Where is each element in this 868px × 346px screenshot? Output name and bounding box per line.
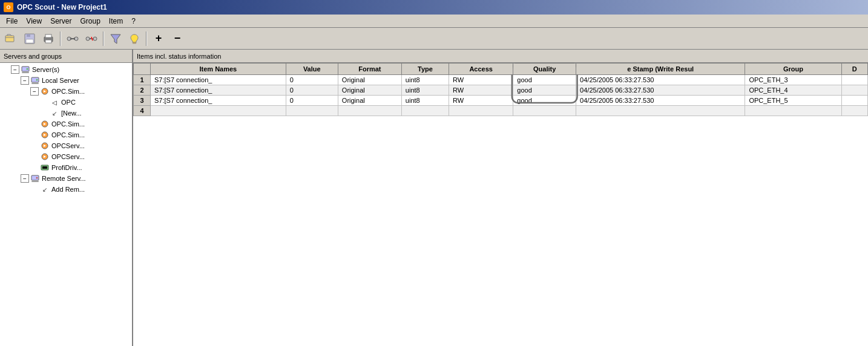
tree-label-opcserv1: OPCServ... (51, 142, 85, 149)
left-panel-header: Servers and groups (0, 50, 132, 63)
svg-rect-24 (31, 83, 39, 84)
cell-quality-4 (513, 106, 576, 116)
opcserv2-icon (40, 152, 50, 162)
remote-server-icon (30, 174, 40, 183)
menu-help[interactable]: ? (128, 16, 139, 27)
connect-button[interactable] (64, 31, 81, 47)
menu-bar: File View Server Group Item ? (0, 15, 868, 28)
filter-button[interactable] (107, 31, 124, 47)
separator-1 (60, 31, 61, 46)
cell-group-4 (745, 106, 841, 116)
expand-local[interactable]: − (21, 76, 29, 85)
cell-value-1: 0 (286, 75, 338, 85)
expand-opc-sim[interactable]: − (30, 87, 39, 96)
open-button[interactable] (2, 31, 19, 47)
tree-label-opc-sim3: OPC.Sim... (51, 131, 85, 139)
menu-view[interactable]: View (22, 16, 45, 27)
tree-node-opcserv2[interactable]: OPCServ... (1, 151, 131, 162)
cell-format-2: Original (338, 85, 401, 96)
menu-file[interactable]: File (2, 16, 21, 27)
table-header-row: Item Names Value Format Type Access Qual… (134, 64, 868, 75)
tree-label-local-server: Local Server (42, 77, 79, 84)
tree-node-local-server[interactable]: − Local Server (1, 75, 131, 86)
row-num-3: 3 (134, 96, 151, 106)
expand-remote[interactable]: − (21, 174, 29, 183)
cell-value-4 (286, 106, 338, 116)
col-timestamp: e Stamp (Write Resul (576, 64, 745, 75)
items-table: Item Names Value Format Type Access Qual… (133, 63, 868, 116)
tree-node-opc-sim3[interactable]: OPC.Sim... (1, 129, 131, 140)
tree-node-remote-server[interactable]: − Remote Serv... (1, 173, 131, 184)
table-row[interactable]: 4 (134, 106, 868, 116)
app-icon: O (4, 2, 13, 12)
svg-point-23 (36, 79, 38, 81)
tree-container[interactable]: − Server(s) − Local Server (0, 63, 132, 346)
cell-d-4 (841, 106, 867, 116)
save-button[interactable] (21, 31, 38, 47)
svg-point-20 (27, 68, 28, 70)
tree-label-servers: Server(s) (32, 66, 59, 73)
col-num (134, 64, 151, 75)
col-item-names: Item Names (151, 64, 286, 75)
cell-quality-3: good (513, 96, 576, 106)
menu-server[interactable]: Server (47, 16, 75, 27)
tree-label-new: [New... (61, 109, 82, 117)
menu-item[interactable]: Item (105, 16, 127, 27)
cell-access-3: RW (449, 96, 513, 106)
svg-rect-3 (26, 39, 33, 43)
cell-type-1: uint8 (401, 75, 449, 85)
remove-button[interactable]: − (169, 31, 186, 47)
svg-rect-2 (27, 34, 30, 37)
tree-label-profidriv: ProfiDriv... (51, 164, 82, 171)
tree-node-opc-sim[interactable]: − OPC.Sim... (1, 86, 131, 97)
cell-d-1 (841, 75, 867, 85)
tree-node-opc[interactable]: ◁ OPC (1, 97, 131, 108)
cell-group-1: OPC_ETH_3 (745, 75, 841, 85)
svg-rect-6 (45, 40, 51, 43)
cell-timestamp-3: 04/25/2005 06:33:27.530 (576, 96, 745, 106)
row-num-2: 2 (134, 85, 151, 96)
tree-node-new[interactable]: ↙ [New... (1, 108, 131, 119)
tree-node-profidriv[interactable]: ProfiDriv... (1, 162, 131, 173)
add-button[interactable]: + (150, 31, 167, 47)
expand-servers[interactable]: − (11, 65, 19, 74)
opc-icon: ◁ (50, 97, 59, 107)
bulb-button[interactable] (126, 31, 143, 47)
left-panel: Servers and groups − Server(s) − Local S… (0, 50, 133, 346)
table-row[interactable]: 2 S7:[S7 connection_ 0 Original uint8 RW… (134, 85, 868, 96)
separator-2 (103, 31, 104, 46)
menu-group[interactable]: Group (76, 16, 104, 27)
svg-point-7 (67, 37, 71, 41)
tree-label-opc-sim: OPC.Sim... (51, 88, 85, 95)
tree-node-opc-sim2[interactable]: OPC.Sim... (1, 119, 131, 129)
table-row[interactable]: 3 S7:[S7 connection_ 0 Original uint8 RW… (134, 96, 868, 106)
items-table-container[interactable]: Item Names Value Format Type Access Qual… (133, 63, 868, 116)
cell-type-3: uint8 (401, 96, 449, 106)
table-row[interactable]: 1 S7:[S7 connection_ 0 Original uint8 RW… (134, 75, 868, 85)
tree-node-servers[interactable]: − Server(s) (1, 64, 131, 75)
tree-label-remote-server: Remote Serv... (42, 175, 86, 182)
tree-node-add-remote[interactable]: ↙ Add Rem... (1, 184, 131, 195)
tree-node-opcserv1[interactable]: OPCServ... (1, 140, 131, 151)
svg-marker-17 (111, 34, 120, 44)
svg-point-33 (36, 177, 38, 179)
col-quality: Quality (513, 64, 576, 75)
cell-timestamp-4 (576, 106, 745, 116)
tree-label-opcserv2: OPCServ... (51, 153, 85, 160)
cell-format-1: Original (338, 75, 401, 85)
opc-sim3-icon (40, 130, 50, 140)
cell-access-4 (449, 106, 513, 116)
tree-label-opc: OPC (61, 99, 76, 106)
cell-format-4 (338, 106, 401, 116)
cell-item-name-1: S7:[S7 connection_ (151, 75, 286, 85)
cell-value-2: 0 (286, 85, 338, 96)
right-content: Item Names Value Format Type Access Qual… (133, 63, 868, 346)
right-panel: Items incl. status information Item Name… (133, 50, 868, 346)
cell-d-2 (841, 85, 867, 96)
quality-highlight-overlay (133, 76, 868, 346)
cell-item-name-4 (151, 106, 286, 116)
print-button[interactable] (40, 31, 57, 47)
opc-sim2-icon (40, 119, 50, 129)
disconnect-button[interactable] (83, 31, 100, 47)
col-access: Access (449, 64, 513, 75)
